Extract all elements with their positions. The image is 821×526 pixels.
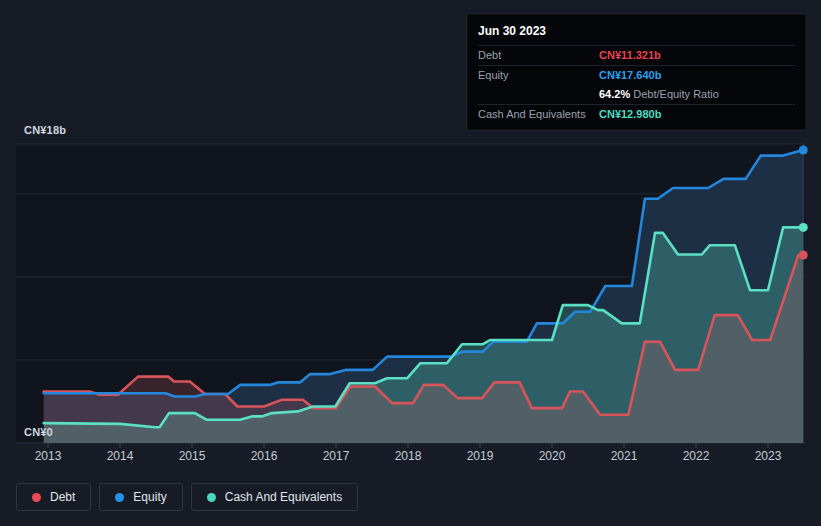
cash-series-dot-icon xyxy=(207,493,216,502)
x-axis-label-2021: 2021 xyxy=(602,449,646,463)
x-axis-label-2018: 2018 xyxy=(386,449,430,463)
tooltip-debt-label: Debt xyxy=(478,49,599,62)
legend-chip-equity[interactable]: Equity xyxy=(99,483,182,511)
x-axis-label-2014: 2014 xyxy=(98,449,142,463)
x-axis-label-2013: 2013 xyxy=(26,449,70,463)
tooltip-cash-value: CN¥12.980b xyxy=(599,108,661,121)
y-axis-max-label: CN¥18b xyxy=(24,124,66,136)
x-axis-label-2016: 2016 xyxy=(242,449,286,463)
cash-and-equivalents-endpoint-dot xyxy=(799,223,808,232)
x-axis-label-2019: 2019 xyxy=(458,449,502,463)
debt-equity-history-chart: CN¥18b CN¥0 2013201420152016201720182019… xyxy=(0,0,821,526)
x-axis-label-2022: 2022 xyxy=(674,449,718,463)
debt-equity-ratio-label: Debt/Equity Ratio xyxy=(630,88,719,100)
tooltip-row-ratio: 64.2% Debt/Equity Ratio xyxy=(478,85,795,104)
legend-debt-label: Debt xyxy=(50,490,75,504)
legend-chip-cash[interactable]: Cash And Equivalents xyxy=(191,483,358,511)
tooltip-row-cash: Cash And Equivalents CN¥12.980b xyxy=(478,104,795,124)
tooltip-equity-label: Equity xyxy=(478,69,599,82)
tooltip-row-debt: Debt CN¥11.321b xyxy=(478,46,795,65)
equity-series-dot-icon xyxy=(115,493,124,502)
tooltip-ratio-value: 64.2% Debt/Equity Ratio xyxy=(599,88,719,101)
tooltip-date: Jun 30 2023 xyxy=(478,22,795,46)
tooltip-debt-value: CN¥11.321b xyxy=(599,49,661,62)
equity-endpoint-dot xyxy=(799,145,808,154)
tooltip-row-equity: Equity CN¥17.640b xyxy=(478,65,795,85)
x-axis-label-2023: 2023 xyxy=(746,449,790,463)
tooltip-equity-value: CN¥17.640b xyxy=(599,69,661,82)
tooltip-panel: Jun 30 2023 Debt CN¥11.321b Equity CN¥17… xyxy=(467,14,806,130)
legend: Debt Equity Cash And Equivalents xyxy=(16,483,358,511)
legend-chip-debt[interactable]: Debt xyxy=(16,483,91,511)
x-axis-label-2015: 2015 xyxy=(170,449,214,463)
debt-equity-ratio: 64.2% xyxy=(599,88,630,100)
legend-cash-label: Cash And Equivalents xyxy=(225,490,342,504)
x-axis-label-2020: 2020 xyxy=(530,449,574,463)
tooltip-cash-label: Cash And Equivalents xyxy=(478,108,599,121)
debt-series-dot-icon xyxy=(32,493,41,502)
y-axis-min-label: CN¥0 xyxy=(24,426,53,438)
legend-equity-label: Equity xyxy=(133,490,166,504)
x-axis-label-2017: 2017 xyxy=(314,449,358,463)
debt-endpoint-dot xyxy=(799,250,808,259)
